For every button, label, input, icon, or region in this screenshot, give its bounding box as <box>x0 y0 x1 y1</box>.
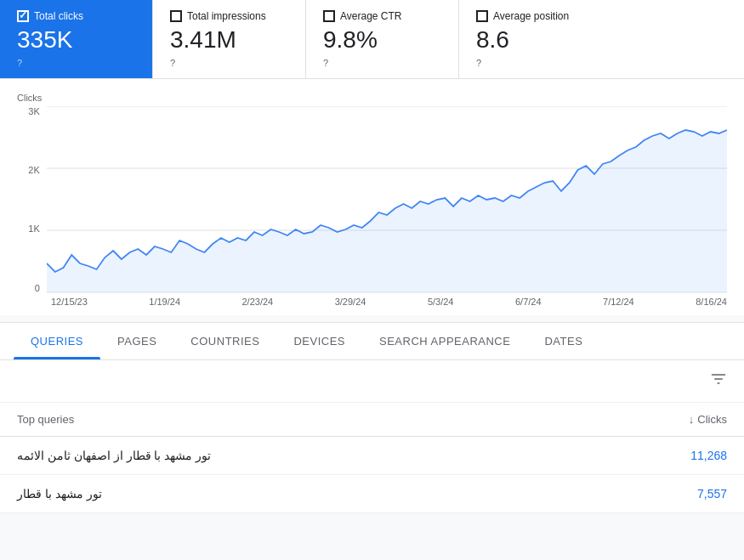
total-impressions-checkbox[interactable] <box>170 10 182 22</box>
x-axis-labels: 12/15/23 1/19/24 2/23/24 3/29/24 5/3/24 … <box>17 293 727 307</box>
query-text-1: تور مشهد با قطار <box>17 487 102 501</box>
total-clicks-value: 335K <box>17 25 135 54</box>
tab-queries[interactable]: QUERIES <box>14 323 100 359</box>
metrics-bar: Total clicks 335K ? Total impressions 3.… <box>0 0 744 79</box>
line-chart <box>47 106 727 293</box>
average-position-checkbox[interactable] <box>476 10 488 22</box>
clicks-value-0: 11,268 <box>690 449 727 462</box>
x-label-1: 1/19/24 <box>149 297 180 307</box>
sort-down-icon: ↓ <box>689 413 695 426</box>
y-axis: 3K 2K 1K 0 <box>17 106 47 293</box>
clicks-header-label: Clicks <box>697 413 727 426</box>
y-tick-0: 0 <box>17 283 40 293</box>
table-header: Top queries ↓ Clicks <box>0 403 744 437</box>
average-ctr-checkbox[interactable] <box>323 10 335 22</box>
clicks-value-1: 7,557 <box>697 487 727 501</box>
x-label-7: 8/16/24 <box>696 297 727 307</box>
query-text-0: تور مشهد با قطار از اصفهان ثامن الائمه <box>17 449 211 462</box>
x-label-3: 3/29/24 <box>335 297 366 307</box>
filter-bar <box>0 360 744 403</box>
x-label-4: 5/3/24 <box>428 297 454 307</box>
tab-dates[interactable]: DATES <box>527 323 599 359</box>
total-clicks-label: Total clicks <box>34 10 83 22</box>
metric-average-ctr[interactable]: Average CTR 9.8% ? <box>306 0 459 78</box>
metric-average-position[interactable]: Average position 8.6 ? <box>459 0 612 78</box>
table-row: تور مشهد با قطار از اصفهان ثامن الائمه 1… <box>0 437 744 475</box>
total-impressions-label: Total impressions <box>187 10 266 22</box>
metric-total-impressions[interactable]: Total impressions 3.41M ? <box>153 0 306 78</box>
chart-container: Clicks 3K 2K 1K 0 12/15/23 1/19/24 <box>0 79 744 315</box>
chart-svg-area <box>47 106 727 293</box>
metric-total-impressions-header: Total impressions <box>170 10 288 22</box>
y-tick-1k: 1K <box>17 223 40 234</box>
metric-total-clicks[interactable]: Total clicks 335K ? <box>0 0 153 78</box>
tab-countries[interactable]: COUNTRIES <box>173 323 276 359</box>
svg-marker-4 <box>47 130 727 292</box>
total-impressions-value: 3.41M <box>170 25 288 54</box>
average-position-value: 8.6 <box>476 25 595 54</box>
table-row: تور مشهد با قطار 7,557 <box>0 475 744 513</box>
x-label-2: 2/23/24 <box>242 297 274 307</box>
tab-pages[interactable]: PAGES <box>100 323 173 359</box>
tabs-section: QUERIES PAGES COUNTRIES DEVICES SEARCH A… <box>0 322 744 513</box>
table-header-query: Top queries <box>17 413 74 426</box>
tabs-bar: QUERIES PAGES COUNTRIES DEVICES SEARCH A… <box>0 323 744 360</box>
metric-average-position-header: Average position <box>476 10 595 22</box>
filter-icon[interactable] <box>710 371 727 392</box>
average-position-label: Average position <box>493 10 569 22</box>
tab-search-appearance[interactable]: SEARCH APPEARANCE <box>362 323 527 359</box>
total-clicks-checkbox[interactable] <box>17 10 29 22</box>
x-label-0: 12/15/23 <box>51 297 88 307</box>
y-tick-2k: 2K <box>17 165 40 175</box>
chart-y-label: Clicks <box>17 93 727 103</box>
average-ctr-label: Average CTR <box>340 10 401 22</box>
x-label-6: 7/12/24 <box>603 297 634 307</box>
x-label-5: 6/7/24 <box>515 297 542 307</box>
tab-devices[interactable]: DEVICES <box>276 323 362 359</box>
average-ctr-value: 9.8% <box>323 25 441 54</box>
metric-total-clicks-header: Total clicks <box>17 10 135 22</box>
y-tick-3k: 3K <box>17 106 40 116</box>
table-header-clicks[interactable]: ↓ Clicks <box>689 413 727 426</box>
metric-average-ctr-header: Average CTR <box>323 10 441 22</box>
